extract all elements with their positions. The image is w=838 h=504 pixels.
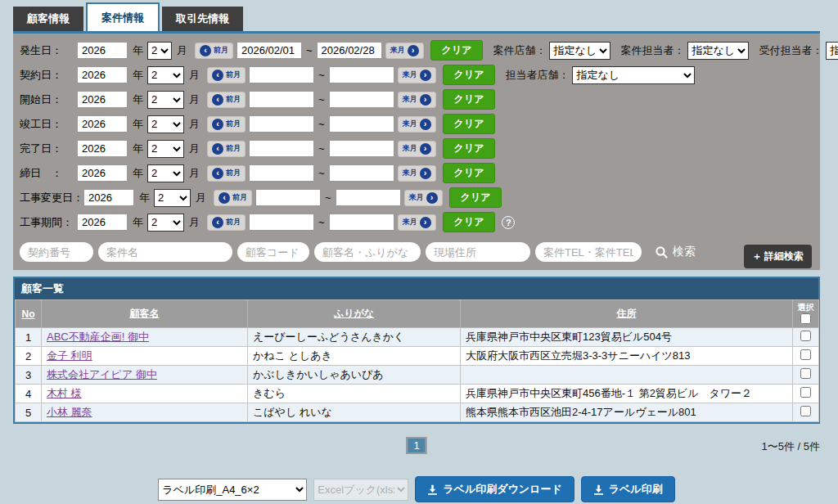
date-to-input[interactable] <box>317 42 382 59</box>
excel-format-select[interactable]: Excelブック(xlsx) <box>313 479 408 501</box>
next-month-button[interactable]: 来月› <box>398 67 436 83</box>
clear-button[interactable]: クリア <box>443 138 496 159</box>
header-kana[interactable]: ふりがな <box>248 300 461 328</box>
year-input[interactable] <box>77 140 128 157</box>
label-print-button[interactable]: ラベル印刷 <box>581 476 675 502</box>
row-select-checkbox[interactable] <box>800 331 811 341</box>
header-address[interactable]: 住所 <box>461 300 793 328</box>
year-input[interactable] <box>77 42 128 59</box>
clear-button[interactable]: クリア <box>430 40 484 61</box>
clear-button[interactable]: クリア <box>443 212 496 232</box>
search-button[interactable]: 検索 <box>655 245 696 259</box>
prev-month-button[interactable]: ‹前月 <box>207 214 246 231</box>
next-month-button[interactable]: 来月› <box>398 116 436 133</box>
date-to-input[interactable] <box>329 214 394 231</box>
customer-link[interactable]: ABC不動産企画! 御中 <box>47 331 149 343</box>
label-format-select[interactable]: ラベル印刷_A4_6×2 <box>158 479 307 501</box>
year-unit: 年 <box>139 191 150 205</box>
cell-select <box>793 366 819 385</box>
customer-link[interactable]: 金子 利明 <box>47 349 92 362</box>
clear-button[interactable]: クリア <box>443 163 496 183</box>
month-select[interactable]: 2 <box>154 189 191 207</box>
prev-month-button[interactable]: ‹前月 <box>195 43 233 59</box>
case-staff-select[interactable]: 指定なし <box>687 42 749 60</box>
tab-案件情報[interactable]: 案件情報 <box>86 2 160 31</box>
prev-month-button[interactable]: ‹前月 <box>207 92 246 108</box>
case-name-input[interactable] <box>98 242 232 262</box>
date-to-input[interactable] <box>329 140 394 157</box>
date-to-input[interactable] <box>329 115 394 133</box>
cell-no: 3 <box>16 366 42 385</box>
date-to-input[interactable] <box>329 66 394 83</box>
next-month-button[interactable]: 来月› <box>404 190 443 206</box>
date-to-input[interactable] <box>336 189 401 206</box>
year-input[interactable] <box>83 189 134 206</box>
year-input[interactable] <box>77 115 128 133</box>
date-filter-row: 工事変更日：年2月‹前月~来月›クリア <box>20 187 813 208</box>
month-select[interactable]: 2 <box>147 66 184 84</box>
year-input[interactable] <box>77 66 128 83</box>
month-select[interactable]: 2 <box>147 91 184 109</box>
date-to-input[interactable] <box>329 164 394 182</box>
next-month-button[interactable]: 来月› <box>385 43 424 59</box>
customer-link[interactable]: 小林 麗奈 <box>47 406 92 418</box>
month-select[interactable]: 2 <box>147 214 184 232</box>
next-month-button[interactable]: 来月› <box>398 92 436 108</box>
month-select[interactable]: 2 <box>147 140 184 158</box>
reception-staff-select[interactable]: 指定なし <box>826 42 838 60</box>
label-print-label: ラベル印刷 <box>609 482 663 497</box>
row-select-checkbox[interactable] <box>800 406 811 416</box>
row-select-checkbox[interactable] <box>800 368 811 379</box>
case-tel-input[interactable] <box>535 242 642 262</box>
date-from-input[interactable] <box>249 164 314 182</box>
date-from-input[interactable] <box>249 115 314 133</box>
clear-button[interactable]: クリア <box>443 65 496 85</box>
select-all-checkbox[interactable] <box>800 313 811 324</box>
prev-month-button[interactable]: ‹前月 <box>214 190 252 206</box>
date-filter-row: 締日 ：年2月‹前月~来月›クリア <box>20 163 813 183</box>
case-store-select[interactable]: 指定なし <box>549 42 610 60</box>
contract-number-input[interactable] <box>20 242 93 262</box>
help-icon[interactable]: ? <box>502 216 515 229</box>
year-input[interactable] <box>77 164 128 182</box>
date-from-input[interactable] <box>237 42 302 59</box>
clear-button[interactable]: クリア <box>443 114 496 134</box>
row-select-checkbox[interactable] <box>800 387 811 398</box>
tab-顧客情報[interactable]: 顧客情報 <box>13 7 83 31</box>
date-from-input[interactable] <box>249 140 314 157</box>
detail-search-button[interactable]: ＋詳細検索 <box>744 245 812 268</box>
month-select[interactable]: 2 <box>147 115 184 133</box>
year-input[interactable] <box>77 214 128 231</box>
next-month-button[interactable]: 来月› <box>398 214 436 231</box>
customer-link[interactable]: 株式会社アイピア 御中 <box>47 368 157 380</box>
month-unit: 月 <box>189 117 200 132</box>
clear-button[interactable]: クリア <box>449 187 502 208</box>
date-from-input[interactable] <box>255 189 321 206</box>
next-month-button[interactable]: 来月› <box>398 141 436 157</box>
page-number-button[interactable]: 1 <box>406 437 426 454</box>
clear-button[interactable]: クリア <box>443 89 496 110</box>
prev-month-button[interactable]: ‹前月 <box>207 165 246 182</box>
staff-store-select[interactable]: 指定なし <box>572 66 695 84</box>
label-print-download-button[interactable]: ラベル印刷ダウンロード <box>415 476 574 502</box>
prev-month-button[interactable]: ‹前月 <box>207 67 246 83</box>
row-select-checkbox[interactable] <box>800 349 811 360</box>
tab-取引先情報[interactable]: 取引先情報 <box>162 7 243 31</box>
date-from-input[interactable] <box>249 66 314 83</box>
header-no[interactable]: No <box>16 300 42 328</box>
prev-month-button[interactable]: ‹前月 <box>207 141 246 157</box>
customer-name-kana-input[interactable] <box>314 242 421 262</box>
date-to-input[interactable] <box>329 91 394 108</box>
date-from-input[interactable] <box>249 214 314 231</box>
prev-month-button[interactable]: ‹前月 <box>207 116 246 133</box>
site-address-input[interactable] <box>426 242 530 262</box>
month-select[interactable]: 2 <box>147 42 172 60</box>
table-row: 1ABC不動産企画! 御中えーびーしーふどうさんきかく兵庫県神戸市中央区東町12… <box>16 328 819 347</box>
customer-link[interactable]: 木村 様 <box>47 387 82 399</box>
next-month-button[interactable]: 来月› <box>398 165 436 182</box>
year-input[interactable] <box>77 91 128 108</box>
month-select[interactable]: 2 <box>147 164 184 182</box>
date-from-input[interactable] <box>249 91 314 108</box>
customer-code-input[interactable] <box>237 242 309 262</box>
header-name[interactable]: 顧客名 <box>42 300 248 328</box>
